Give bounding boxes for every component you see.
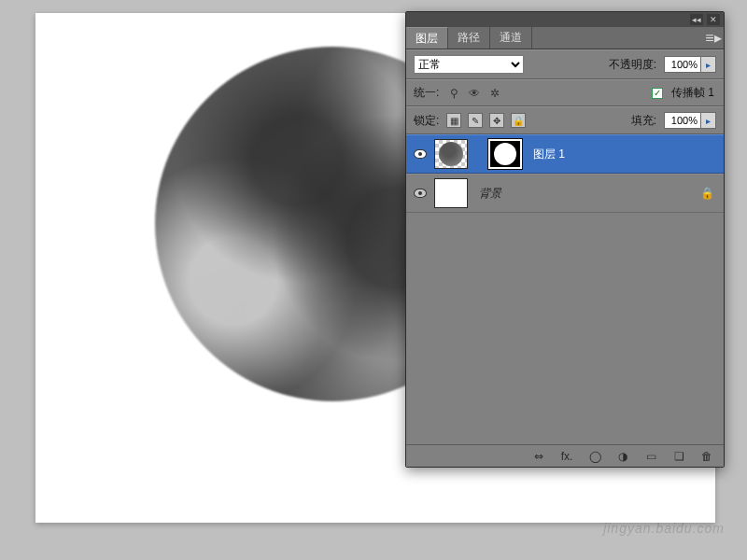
panel-menu-icon[interactable]: ≡▸ [703,27,724,49]
propagate-frame-label: 传播帧 1 [671,85,714,101]
panel-tabs: 图层 路径 通道 ≡▸ [406,27,724,49]
layer-thumbnail[interactable] [434,178,468,208]
layers-panel: ◂◂ ✕ 图层 路径 通道 ≡▸ 正常 不透明度: ▸ 统一: ⚲ 👁 ✲ ✓ … [405,11,725,468]
adjustment-layer-icon[interactable]: ◑ [613,448,632,465]
layer-mask-thumbnail[interactable] [488,139,522,169]
unify-label: 统一: [414,85,439,101]
visibility-toggle[interactable] [412,146,429,162]
blend-mode-select[interactable]: 正常 [414,55,524,74]
opacity-input[interactable] [664,56,701,73]
delete-layer-icon[interactable]: 🗑 [698,448,716,465]
eye-icon [414,149,427,159]
unify-position-icon[interactable]: ⚲ [446,86,461,101]
link-layers-icon[interactable]: ⇔ [529,448,548,465]
visibility-toggle[interactable] [412,185,429,202]
lock-transparency-icon[interactable]: ▦ [446,113,461,128]
layer-name[interactable]: 图层 1 [528,147,565,162]
layer-name[interactable]: 背景 [473,186,501,202]
lock-position-icon[interactable]: ✥ [489,113,504,128]
fill-flyout-icon[interactable]: ▸ [701,112,716,129]
lock-indicator-icon: 🔒 [700,187,718,200]
lock-pixels-icon[interactable]: ✎ [468,113,483,128]
tab-layers[interactable]: 图层 [406,27,448,49]
blend-opacity-row: 正常 不透明度: ▸ [406,49,724,79]
layer-thumbnail[interactable] [434,139,468,169]
opacity-flyout-icon[interactable]: ▸ [701,56,716,73]
layer-row-background[interactable]: 背景 🔒 [406,174,724,213]
new-group-icon[interactable]: ▭ [641,448,660,465]
fill-label: 填充: [631,113,656,129]
layer-fx-icon[interactable]: fx. [557,448,576,465]
lock-all-icon[interactable]: 🔒 [511,113,526,128]
propagate-frame-checkbox[interactable]: ✓ [652,88,663,99]
add-mask-icon[interactable]: ◯ [585,448,604,465]
layer-list: 图层 1 背景 🔒 [406,134,724,444]
collapse-icon[interactable]: ◂◂ [690,14,703,25]
layer-row-layer1[interactable]: 图层 1 [406,134,724,174]
watermark: jingyan.baidu.com [603,521,725,536]
new-layer-icon[interactable]: ❏ [669,448,688,465]
mask-circle-icon [494,143,516,165]
moon-thumb-icon [439,142,463,166]
fill-input[interactable] [664,112,701,129]
unify-row: 统一: ⚲ 👁 ✲ ✓ 传播帧 1 [406,79,724,106]
panel-titlebar: ◂◂ ✕ [406,12,724,27]
tab-paths[interactable]: 路径 [448,27,490,49]
unify-style-icon[interactable]: ✲ [487,86,502,101]
close-icon[interactable]: ✕ [707,14,720,25]
lock-fill-row: 锁定: ▦ ✎ ✥ 🔒 填充: ▸ [406,106,724,134]
panel-footer: ⇔ fx. ◯ ◑ ▭ ❏ 🗑 [406,444,724,467]
tab-channels[interactable]: 通道 [490,27,532,49]
eye-icon [414,189,427,198]
lock-label: 锁定: [414,113,439,129]
opacity-label: 不透明度: [609,57,656,73]
unify-visibility-icon[interactable]: 👁 [467,86,482,101]
